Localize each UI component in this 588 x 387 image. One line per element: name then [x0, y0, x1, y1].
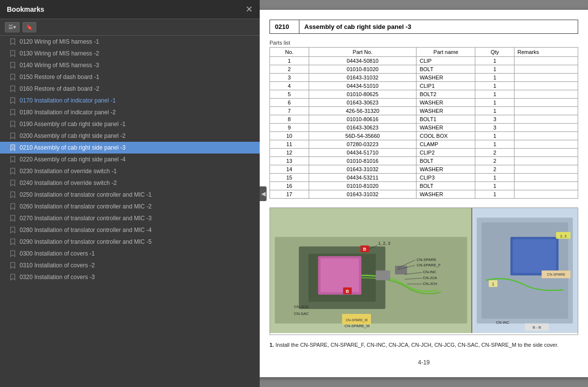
bookmark-item-0320[interactable]: 0320 Installation of covers -3	[0, 271, 260, 283]
table-cell: 15	[270, 174, 309, 182]
table-cell: 6	[270, 99, 309, 107]
bookmark-item-0280[interactable]: 0280 Installation of translator controll…	[0, 224, 260, 236]
table-cell: 04434-50810	[309, 57, 416, 65]
bookmark-ribbon-icon	[10, 238, 16, 245]
table-cell: 426-56-31320	[309, 107, 416, 115]
bookmark-ribbon-icon	[10, 74, 16, 80]
table-cell: 04434-53211	[309, 174, 416, 182]
bookmark-label: 0210 Assembly of cab right side panel -3	[20, 144, 125, 151]
bookmark-label: 0160 Restore of dash board -2	[20, 85, 99, 92]
table-cell: 3	[475, 124, 514, 132]
table-cell: BOLT1	[416, 115, 475, 124]
table-cell: WASHER	[416, 124, 475, 132]
bookmark-item-0180[interactable]: 0180 Installation of indicator panel -2	[0, 106, 260, 118]
collapse-sidebar-button[interactable]: ◀	[260, 186, 267, 201]
bookmark-item-0240[interactable]: 0240 Installation of override switch -2	[0, 177, 260, 189]
table-cell: 3	[475, 115, 514, 124]
table-row: 901643-30623WASHER3	[270, 124, 578, 132]
bookmark-label: 0150 Restore of dash board -1	[20, 74, 99, 80]
table-row: 1301010-81016BOLT2	[270, 157, 578, 165]
table-cell: WASHER	[416, 99, 475, 107]
svg-text:CN-JCG: CN-JCG	[294, 305, 309, 309]
bookmark-item-0150[interactable]: 0150 Restore of dash board -1	[0, 71, 260, 83]
document-page: 0210 Assembly of cab right side panel -3…	[260, 10, 588, 377]
bookmark-item-0220[interactable]: 0220 Assembly of cab right side panel -4	[0, 154, 260, 165]
table-cell	[514, 65, 578, 74]
table-cell: 1	[475, 107, 514, 115]
table-cell: 1	[475, 182, 514, 190]
table-header-part-name: Part name	[416, 48, 475, 57]
table-row: 7426-56-31320WASHER1	[270, 107, 578, 115]
bookmark-ribbon-icon	[10, 132, 16, 139]
bookmark-label: 0120 Wiring of MIS harness -1	[20, 38, 99, 45]
bookmark-item-0160[interactable]: 0160 Restore of dash board -2	[0, 83, 260, 95]
svg-text:CN-SAC: CN-SAC	[294, 311, 309, 316]
table-cell	[514, 124, 578, 132]
svg-text:CN-INC: CN-INC	[496, 320, 510, 325]
table-row: 301643-31032WASHER1	[270, 74, 578, 82]
table-cell: 4	[270, 82, 309, 90]
table-row: 104434-50810CLIP1	[270, 57, 578, 65]
table-row: 801010-80616BOLT13	[270, 115, 578, 124]
title-table: 0210 Assembly of cab right side panel -3	[270, 20, 578, 34]
table-row: 1504434-53211CLIP31	[270, 174, 578, 182]
table-row: 1701643-31032WASHER1	[270, 190, 578, 199]
table-cell: WASHER	[416, 190, 475, 199]
diagram-container: B 1, 2, 3 B CN-SPARE CN-SPARE_F CN-INC C…	[270, 207, 578, 335]
diagram-svg: B 1, 2, 3 B CN-SPARE CN-SPARE_F CN-INC C…	[270, 208, 578, 333]
table-cell: 56D-54-35660	[309, 132, 416, 140]
table-cell: BOLT2	[416, 90, 475, 99]
close-icon[interactable]: ✕	[245, 5, 253, 14]
bookmark-item-0310[interactable]: 0310 Installation of covers -2	[0, 259, 260, 271]
svg-text:CN-SPARE: CN-SPARE	[416, 258, 436, 262]
svg-text:2, 3: 2, 3	[560, 234, 567, 238]
parts-table: No.Part No.Part nameQtyRemarks 104434-50…	[270, 47, 578, 199]
table-cell: 04434-51010	[309, 82, 416, 90]
svg-text:B: B	[363, 247, 366, 252]
table-cell: 5	[270, 90, 309, 99]
table-row: 1056D-54-35660COOL BOX1	[270, 132, 578, 140]
bookmark-item-0200[interactable]: 0200 Assembly of cab right side panel -2	[0, 130, 260, 142]
bookmark-item-0270[interactable]: 0270 Installation of translator controll…	[0, 212, 260, 224]
svg-text:CN-JCA: CN-JCA	[423, 276, 438, 280]
svg-text:CN-SPARE_M: CN-SPARE_M	[344, 324, 369, 328]
bookmark-item-0120[interactable]: 0120 Wiring of MIS harness -1	[0, 36, 260, 48]
bookmark-view-button[interactable]: ☰▾	[5, 22, 20, 32]
table-cell: 2	[475, 149, 514, 157]
table-cell: WASHER	[416, 74, 475, 82]
table-cell: 01643-30623	[309, 124, 416, 132]
svg-rect-34	[513, 239, 556, 273]
bookmark-item-0250[interactable]: 0250 Installation of translator controll…	[0, 189, 260, 201]
table-cell: CLIP1	[416, 82, 475, 90]
table-cell	[514, 107, 578, 115]
table-cell	[514, 190, 578, 199]
bookmark-ribbon-icon	[10, 191, 16, 198]
table-cell	[514, 82, 578, 90]
bookmark-item-0190[interactable]: 0190 Assembly of cab right side panel -1	[0, 118, 260, 130]
table-cell: 01643-31032	[309, 74, 416, 82]
table-cell	[514, 165, 578, 174]
bookmark-item-0210[interactable]: 0210 Assembly of cab right side panel -3	[0, 142, 260, 154]
svg-text:CN-SPARE: CN-SPARE	[547, 272, 565, 277]
table-cell	[514, 115, 578, 124]
bookmark-item-0140[interactable]: 0140 Wiring of MIS harness -3	[0, 59, 260, 71]
svg-text:CN-SPARE_F: CN-SPARE_F	[416, 263, 441, 267]
table-cell	[514, 74, 578, 82]
bookmark-icon-button[interactable]: 🔖	[23, 22, 36, 32]
table-cell: 11	[270, 140, 309, 149]
bookmark-label: 0240 Installation of override switch -2	[20, 180, 117, 186]
bookmark-item-0260[interactable]: 0260 Installation of translator controll…	[0, 201, 260, 212]
bookmark-item-0300[interactable]: 0300 Installation of covers -1	[0, 248, 260, 259]
bookmark-item-0130[interactable]: 0130 Wiring of MIS harness -2	[0, 48, 260, 59]
bookmark-label: 0320 Installation of covers -3	[20, 274, 95, 281]
bookmark-item-0170[interactable]: 0170 Installation of indicator panel -1	[0, 95, 260, 106]
table-cell: 2	[270, 65, 309, 74]
bookmark-item-0290[interactable]: 0290 Installation of translator controll…	[0, 236, 260, 248]
sidebar-toolbar: ☰▾ 🔖	[0, 19, 260, 36]
bookmark-label: 0300 Installation of covers -1	[20, 250, 95, 257]
bookmark-label: 0290 Installation of translator controll…	[20, 238, 151, 245]
table-row: 601643-30623WASHER1	[270, 99, 578, 107]
content-area: 0210 Assembly of cab right side panel -3…	[260, 0, 588, 387]
bookmark-item-0230[interactable]: 0230 Installation of override switch -1	[0, 165, 260, 177]
table-cell	[514, 182, 578, 190]
